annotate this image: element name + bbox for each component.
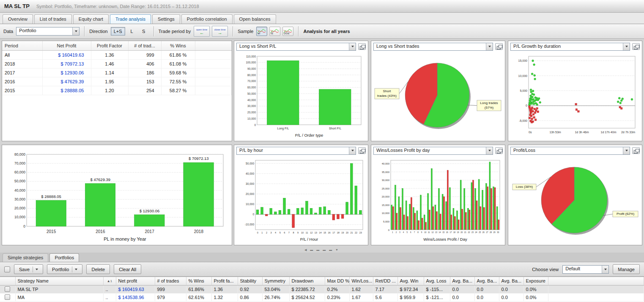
popout-icon[interactable]: [632, 43, 640, 50]
col-header-symmetry[interactable]: Symmetry: [262, 277, 289, 285]
chart-select-long-vs-short-trades[interactable]: Long vs Short trades: [373, 43, 493, 51]
bar: [493, 187, 494, 230]
chart-select-long-vs-short-pl[interactable]: Long vs Short P/L: [236, 43, 356, 51]
row-checkbox[interactable]: [5, 286, 10, 292]
col-header-avg-ba[interactable]: Avg. Ba...: [474, 277, 499, 285]
scatter-point-loss: [534, 112, 536, 113]
tab-trade-analysis[interactable]: Trade analysis: [110, 14, 151, 24]
stats-col-header-period[interactable]: Period: [2, 41, 42, 51]
databank-tab-simple-strategies[interactable]: Simple strategies: [3, 253, 48, 262]
stats-col-header-wins[interactable]: % Wins: [161, 41, 195, 51]
row-checkbox[interactable]: [5, 294, 10, 300]
scatter-point-win: [531, 93, 533, 95]
col-header-avg-win[interactable]: Avg. Win: [397, 277, 424, 285]
stats-cell: 72.55 %: [161, 77, 195, 86]
bar: [134, 215, 164, 226]
tab-open-balances[interactable]: Open balances: [234, 14, 276, 24]
portfolio-button[interactable]: Portfolio: [47, 264, 82, 274]
col-header-win-los[interactable]: Win/Los...: [349, 277, 373, 285]
direction-l-s[interactable]: L+S: [111, 27, 125, 36]
col-header-exposure[interactable]: Exposure: [523, 277, 548, 285]
sample-all-button[interactable]: all: [256, 27, 267, 36]
stats-col-header-net-profit[interactable]: Net Profit: [42, 41, 91, 51]
tab-list-of-trades[interactable]: List of trades: [34, 14, 72, 24]
chart-select-profit-loss[interactable]: Profit/Loss: [510, 147, 630, 155]
col-header-strategy-name[interactable]: Strategy Name: [15, 277, 103, 285]
close-time-button[interactable]: close time→: [212, 26, 228, 37]
popout-icon[interactable]: [632, 147, 640, 154]
col-header-of-trades[interactable]: # of trades: [155, 277, 186, 285]
charts-area: PeriodNet ProfitProfit Factor# of trad..…: [0, 39, 644, 247]
databank-cell: 0.23%: [325, 293, 349, 301]
panel-splitter[interactable]: ◀ ▬ ▬ ▬ ▬ ▼: [0, 247, 644, 253]
databank-tab-portfolios[interactable]: Portfolios: [49, 253, 79, 262]
col-header-avg-loss[interactable]: Avg. Loss: [424, 277, 450, 285]
data-select[interactable]: Portfolio: [16, 27, 79, 36]
x-tick-label: Short P/L: [329, 127, 341, 130]
col-header-profit-fa[interactable]: Profit fa...: [211, 277, 238, 285]
stats-col-header-of-trad[interactable]: # of trad...: [128, 41, 161, 51]
stats-row[interactable]: 2018$ 70972.131.4640661.08 %: [2, 60, 232, 69]
x-tick-label: 16: [328, 231, 331, 234]
col-header-1[interactable]: ▲1: [103, 277, 116, 285]
y-tick-label: 30,000: [14, 197, 25, 201]
col-header-net-profit[interactable]: Net profit: [116, 277, 155, 285]
col-header-wins[interactable]: % Wins: [186, 277, 211, 285]
delete-button[interactable]: Delete: [86, 264, 110, 274]
databank-row[interactable]: MA SL TP..$ 160419.6399961.86%1.360.9253…: [0, 285, 644, 293]
sample-is-button[interactable]: IS: [269, 27, 280, 36]
col-header-drawdown[interactable]: Drawdown: [289, 277, 325, 285]
y-tick-label: 40,000: [382, 162, 390, 165]
view-select[interactable]: Default: [562, 265, 609, 274]
chart-select-wins-losses-by-day[interactable]: Wins/Losses Profit by day: [373, 147, 493, 155]
sample-oos-button[interactable]: OOS: [282, 27, 293, 36]
save-button[interactable]: Save: [14, 264, 43, 274]
bar: [398, 197, 400, 230]
stats-row[interactable]: 2016$ 47629.391.9515372.55 %: [2, 77, 232, 86]
chart-select-pl-by-hour[interactable]: P/L by hour: [236, 147, 356, 155]
chart-select-value: Profit/Loss: [511, 147, 623, 154]
select-all-checkbox[interactable]: [4, 266, 10, 272]
tab-equity-chart[interactable]: Equity chart: [73, 14, 109, 24]
plot-area: [529, 56, 635, 128]
x-tick-label: 4: [403, 231, 404, 233]
direction-l[interactable]: L: [127, 27, 137, 36]
databank-cell: 1.36: [211, 285, 238, 293]
col-header-max-dd[interactable]: Max DD %: [325, 277, 349, 285]
tab-settings[interactable]: Settings: [152, 14, 180, 24]
scatter-point-loss: [578, 110, 579, 112]
col-header-avg-ba[interactable]: Avg. Ba...: [499, 277, 523, 285]
stats-col-header-profit-factor[interactable]: Profit Factor: [91, 41, 128, 51]
col-header-stability[interactable]: Stability: [238, 277, 262, 285]
pie-chart-svg: Loss (38%)Profit (62%): [510, 157, 640, 242]
popout-icon[interactable]: [495, 43, 503, 50]
bar: [85, 184, 115, 226]
stats-row[interactable]: 2015$ 28888.051.2025458.27 %: [2, 86, 232, 95]
stats-row[interactable]: 2017$ 12930.061.1418659.68 %: [2, 69, 232, 77]
clear-all-button[interactable]: Clear All: [114, 264, 141, 274]
pl-growth-by-duration-panel: P/L Growth by duration -5,00005,00010,00…: [508, 41, 642, 141]
popout-icon[interactable]: [495, 147, 503, 154]
stats-cell: 254: [128, 86, 161, 95]
direction-s[interactable]: S: [139, 27, 149, 36]
pl-by-hour-panel: P/L by hour -10,000010,00020,00030,00040…: [234, 145, 368, 245]
manage-button[interactable]: Manage: [613, 264, 640, 274]
popout-icon[interactable]: [358, 43, 366, 50]
stats-cell: 999: [128, 51, 161, 60]
open-time-button[interactable]: open time←: [194, 26, 210, 37]
databank-cell: 979: [155, 293, 186, 301]
popout-icon[interactable]: [358, 147, 366, 154]
databank-cell: $ 160419.63: [116, 285, 155, 293]
col-header-ret-dd[interactable]: Ret/DD ...: [373, 277, 397, 285]
bar: [319, 207, 321, 214]
databank-row[interactable]: MA..$ 143538.9697962.61%1.320.8626.74%$ …: [0, 293, 644, 301]
chart-select-pl-growth-by-duration[interactable]: P/L Growth by duration: [510, 43, 630, 51]
bar: [453, 208, 454, 230]
stats-row[interactable]: All$ 160419.631.3699961.86 %: [2, 51, 232, 60]
x-tick-label: 21: [464, 231, 467, 233]
x-tick-label: 0s: [529, 131, 532, 134]
tab-overview[interactable]: Overview: [3, 14, 33, 24]
tab-portfolio-correlation[interactable]: Portfolio correlation: [181, 14, 233, 24]
y-tick-label: 30,000: [246, 182, 254, 185]
col-header-avg-ba[interactable]: Avg. Ba...: [450, 277, 474, 285]
